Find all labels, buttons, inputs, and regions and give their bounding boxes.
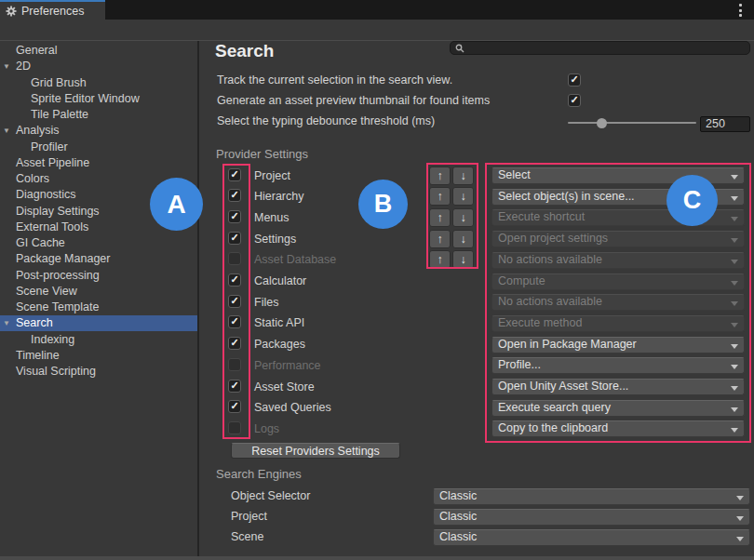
provider-action-dropdown-files[interactable]: No actions available <box>491 294 745 311</box>
sidebar-item-analysis[interactable]: ▼Analysis <box>0 123 197 139</box>
window-bottom-edge <box>0 556 754 560</box>
sidebar-item-tile-palette[interactable]: Tile Palette <box>0 107 197 123</box>
sidebar-item-indexing[interactable]: Indexing <box>0 331 197 347</box>
provider-action-dropdown-performance[interactable]: Profile... <box>491 357 745 374</box>
provider-action-dropdown-settings[interactable]: Open project settings <box>491 231 745 247</box>
provider-checkbox-calculator[interactable] <box>228 273 241 287</box>
move-down-button-settings[interactable] <box>452 230 474 248</box>
provider-checkbox-menus[interactable] <box>228 210 241 223</box>
provider-label: Files <box>254 296 278 309</box>
provider-label: Packages <box>254 338 305 351</box>
sidebar-item-label: Display Settings <box>0 205 100 218</box>
sidebar-item-profiler[interactable]: Profiler <box>0 139 197 154</box>
move-down-button-project[interactable] <box>452 167 474 185</box>
provider-checkbox-asset-store[interactable] <box>228 380 241 393</box>
foldout-triangle-icon[interactable]: ▼ <box>3 127 10 135</box>
engine-label-object-selector: Object Selector <box>231 489 310 502</box>
annotation-circle-b: B <box>358 180 408 229</box>
sidebar-item-grid-brush[interactable]: Grid Brush <box>0 74 197 90</box>
provider-label: Saved Queries <box>254 401 331 414</box>
provider-checkbox-logs[interactable] <box>228 421 241 434</box>
move-up-button-settings[interactable] <box>429 230 451 248</box>
sidebar-item-search[interactable]: ▼Search <box>0 315 197 331</box>
sidebar-item-scene-view[interactable]: Scene View <box>0 283 197 299</box>
sidebar-item-asset-pipeline[interactable]: Asset Pipeline <box>0 154 197 170</box>
tab-title: Preferences <box>21 5 84 18</box>
provider-checkbox-settings[interactable] <box>228 232 241 245</box>
provider-label: Performance <box>254 359 321 372</box>
provider-label: Project <box>254 169 290 182</box>
sidebar-item-label: Visual Scripting <box>0 365 96 378</box>
debounce-slider-track[interactable] <box>568 122 696 124</box>
sidebar-item-sprite-editor-window[interactable]: Sprite Editor Window <box>0 90 197 106</box>
sidebar-item-label: External Tools <box>0 220 88 233</box>
track-selection-label: Track the current selection in the searc… <box>217 73 452 87</box>
sidebar-item-label: Sprite Editor Window <box>0 92 140 105</box>
engine-dropdown-project[interactable]: Classic <box>433 509 750 526</box>
move-down-button-menus[interactable] <box>452 208 474 227</box>
provider-checkbox-saved-queries[interactable] <box>228 400 241 413</box>
provider-checkbox-project[interactable] <box>228 168 241 181</box>
provider-label: Static API <box>254 316 304 329</box>
provider-checkbox-static-api[interactable] <box>228 315 241 328</box>
engine-label-project: Project <box>231 510 267 523</box>
preferences-window: Preferences General▼2DGrid BrushSprite E… <box>0 0 754 560</box>
preview-thumbnail-checkbox[interactable] <box>568 94 581 107</box>
provider-action-dropdown-packages[interactable]: Open in Package Manager <box>491 337 745 353</box>
sidebar-item-timeline[interactable]: Timeline <box>0 347 197 363</box>
search-input[interactable] <box>450 41 750 55</box>
provider-checkbox-hierarchy[interactable] <box>228 189 241 202</box>
sidebar-item-label: General <box>0 44 57 57</box>
sidebar-item-visual-scripting[interactable]: Visual Scripting <box>0 364 197 380</box>
provider-label: Asset Database <box>254 253 336 266</box>
move-up-button-project[interactable] <box>429 167 451 185</box>
sidebar-item-label: Package Manager <box>0 252 110 265</box>
sidebar-item-label: Post-processing <box>0 269 100 282</box>
move-up-button-menus[interactable] <box>429 208 451 227</box>
sidebar-item-general[interactable]: General <box>0 43 197 59</box>
foldout-triangle-icon[interactable]: ▼ <box>3 319 10 327</box>
sidebar-item-label: Grid Brush <box>0 76 87 89</box>
sidebar-item-label: Asset Pipeline <box>0 156 89 169</box>
foldout-triangle-icon[interactable]: ▼ <box>3 62 10 71</box>
provider-checkbox-performance[interactable] <box>228 358 241 371</box>
debounce-slider-thumb[interactable] <box>597 118 607 128</box>
sidebar-item-gi-cache[interactable]: GI Cache <box>0 235 197 251</box>
annotation-circle-c: C <box>666 175 718 226</box>
provider-label: Hierarchy <box>254 190 304 203</box>
sidebar-item-label: Indexing <box>0 333 74 346</box>
move-down-button-hierarchy[interactable] <box>452 187 474 206</box>
move-up-button-hierarchy[interactable] <box>429 187 451 206</box>
sidebar-item-post-processing[interactable]: Post-processing <box>0 267 197 283</box>
provider-action-dropdown-saved-queries[interactable]: Execute search query <box>491 400 745 417</box>
sidebar-item-label: Timeline <box>0 349 60 362</box>
sidebar-item-package-manager[interactable]: Package Manager <box>0 251 197 267</box>
debounce-value-field[interactable]: 250 <box>700 116 750 132</box>
sidebar-item-2d[interactable]: ▼2D <box>0 59 197 74</box>
provider-action-dropdown-static-api[interactable]: Execute method <box>491 315 745 332</box>
sidebar-item-scene-template[interactable]: Scene Template <box>0 300 197 315</box>
move-up-button-asset-database[interactable] <box>429 250 451 269</box>
provider-checkbox-files[interactable] <box>228 295 241 308</box>
sidebar-item-label: Scene Template <box>0 300 99 313</box>
provider-settings-header: Provider Settings <box>216 147 308 161</box>
sidebar-divider <box>197 41 199 560</box>
move-down-button-asset-database[interactable] <box>452 250 474 269</box>
kebab-menu-icon[interactable] <box>739 4 743 17</box>
search-icon <box>455 44 465 53</box>
annotation-circle-a: A <box>150 178 203 231</box>
provider-action-dropdown-calculator[interactable]: Compute <box>491 273 745 290</box>
sidebar-item-label: Colors <box>0 172 49 185</box>
preferences-tab[interactable]: Preferences <box>0 0 105 20</box>
provider-label: Menus <box>254 211 289 224</box>
provider-action-dropdown-asset-store[interactable]: Open Unity Asset Store... <box>491 379 745 395</box>
engine-dropdown-object-selector[interactable]: Classic <box>433 488 750 505</box>
provider-action-dropdown-asset-database[interactable]: No actions available <box>491 252 745 269</box>
provider-checkbox-asset-database[interactable] <box>228 252 241 265</box>
engine-dropdown-scene[interactable]: Classic <box>433 529 750 546</box>
reset-providers-button[interactable]: Reset Providers Settings <box>231 443 400 460</box>
debounce-label: Select the typing debounce threshold (ms… <box>217 114 435 127</box>
provider-action-dropdown-logs[interactable]: Copy to the clipboard <box>491 420 745 437</box>
track-selection-checkbox[interactable] <box>568 73 581 87</box>
provider-checkbox-packages[interactable] <box>228 337 241 350</box>
